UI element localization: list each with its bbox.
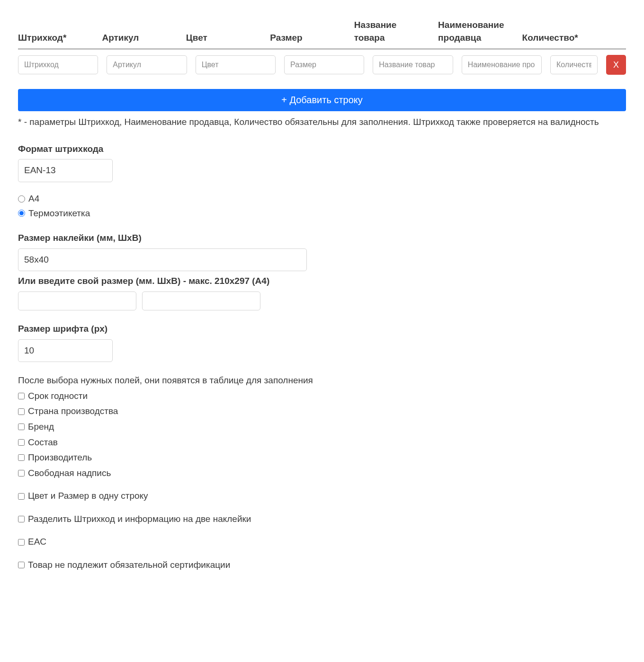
checkbox-split-labels-input[interactable]	[18, 516, 25, 522]
radio-a4-input[interactable]	[18, 195, 25, 203]
required-note: * - параметры Штрихкод, Наименование про…	[18, 116, 626, 129]
checkbox-eac-input[interactable]	[18, 539, 25, 546]
checkbox-no-cert-label: Товар не подлежит обязательной сертифика…	[28, 559, 230, 572]
font-size-select[interactable]: 10	[18, 339, 113, 362]
checkbox-expiry-label: Срок годности	[28, 390, 88, 403]
custom-width-input[interactable]	[18, 291, 136, 310]
size-input[interactable]	[284, 55, 364, 74]
print-type-radio-group: А4 Термоэтикетка	[18, 193, 626, 220]
checkbox-manufacturer-input[interactable]	[18, 454, 25, 461]
custom-size-label: Или введите свой размер (мм. ШхВ) - макс…	[18, 275, 626, 288]
table-input-row: X	[18, 55, 626, 75]
header-article: Артикул	[102, 32, 177, 44]
checkbox-brand[interactable]: Бренд	[18, 421, 626, 433]
radio-thermal-input[interactable]	[18, 210, 25, 217]
radio-thermal-label: Термоэтикетка	[28, 207, 90, 220]
checkbox-manufacturer-label: Производитель	[28, 451, 92, 464]
product-name-input[interactable]	[373, 55, 453, 74]
checkbox-expiry[interactable]: Срок годности	[18, 390, 626, 403]
header-product-name: Название товара	[354, 19, 429, 44]
header-color: Цвет	[186, 32, 261, 44]
quantity-input[interactable]	[550, 55, 598, 74]
checkbox-composition-input[interactable]	[18, 439, 25, 446]
checkbox-brand-input[interactable]	[18, 424, 25, 430]
table-header-row: Штрихкод* Артикул Цвет Размер Название т…	[18, 19, 626, 49]
checkbox-manufacturer[interactable]: Производитель	[18, 451, 626, 464]
font-size-label: Размер шрифта (px)	[18, 323, 626, 335]
checkbox-expiry-input[interactable]	[18, 393, 25, 399]
add-row-button[interactable]: + Добавить строку	[18, 89, 626, 111]
radio-thermal[interactable]: Термоэтикетка	[18, 207, 626, 220]
checkbox-free-text-input[interactable]	[18, 470, 25, 477]
checkbox-composition-label: Состав	[28, 436, 58, 449]
checkbox-color-size-one-line[interactable]: Цвет и Размер в одну строку	[18, 490, 626, 503]
radio-a4[interactable]: А4	[18, 193, 626, 205]
header-barcode: Штрихкод*	[18, 32, 93, 44]
checkbox-no-cert[interactable]: Товар не подлежит обязательной сертифика…	[18, 559, 626, 572]
checkbox-free-text-label: Свободная надпись	[28, 467, 111, 480]
checkbox-composition[interactable]: Состав	[18, 436, 626, 449]
checkbox-country[interactable]: Страна производства	[18, 405, 626, 418]
fields-helper-text: После выбора нужных полей, они появятся …	[18, 374, 626, 387]
custom-size-inputs	[18, 291, 626, 310]
checkbox-color-size-one-line-input[interactable]	[18, 493, 25, 500]
checkbox-brand-label: Бренд	[28, 421, 54, 433]
label-size-label: Размер наклейки (мм, ШхВ)	[18, 232, 626, 245]
checkbox-split-labels-label: Разделить Штрихкод и информацию на две н…	[28, 513, 251, 526]
checkbox-split-labels[interactable]: Разделить Штрихкод и информацию на две н…	[18, 513, 626, 526]
barcode-format-select[interactable]: EAN-13	[18, 159, 113, 182]
checkbox-country-label: Страна производства	[28, 405, 118, 418]
header-quantity: Количество*	[522, 32, 598, 44]
article-input[interactable]	[107, 55, 187, 74]
radio-a4-label: А4	[28, 193, 39, 205]
header-seller-name: Наименование продавца	[438, 19, 513, 44]
seller-name-input[interactable]	[462, 55, 542, 74]
checkbox-free-text[interactable]: Свободная надпись	[18, 467, 626, 480]
checkbox-color-size-one-line-label: Цвет и Размер в одну строку	[28, 490, 148, 503]
custom-height-input[interactable]	[142, 291, 260, 310]
checkbox-no-cert-input[interactable]	[18, 562, 25, 568]
label-size-select[interactable]: 58x40	[18, 248, 307, 272]
color-input[interactable]	[196, 55, 276, 74]
barcode-format-label: Формат штрихкода	[18, 143, 626, 156]
barcode-input[interactable]	[18, 55, 98, 74]
checkbox-eac-label: EAC	[28, 536, 46, 548]
delete-row-button[interactable]: X	[606, 55, 626, 75]
header-size: Размер	[270, 32, 345, 44]
checkbox-eac[interactable]: EAC	[18, 536, 626, 548]
checkbox-country-input[interactable]	[18, 408, 25, 415]
